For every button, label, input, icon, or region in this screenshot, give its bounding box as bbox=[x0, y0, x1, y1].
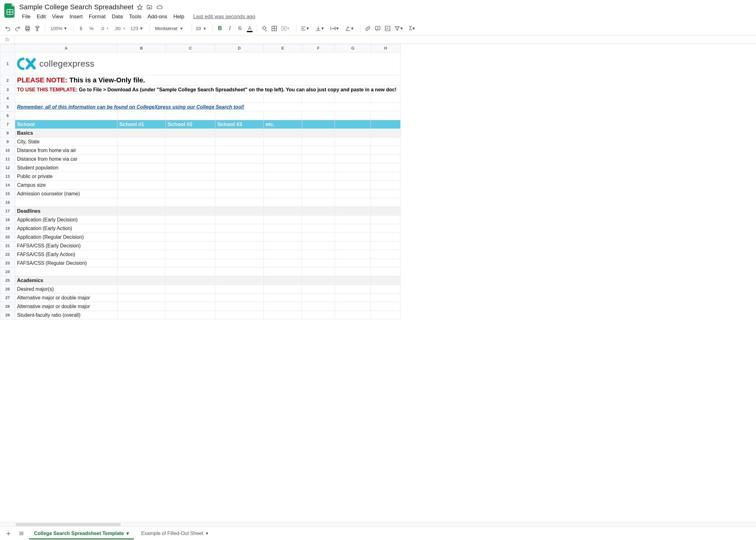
bold-button[interactable]: B bbox=[215, 24, 225, 33]
cell[interactable] bbox=[264, 198, 302, 207]
sheet-tab-active[interactable]: College Search Spreadsheet Template ▾ bbox=[29, 528, 134, 539]
cell[interactable] bbox=[371, 164, 401, 172]
cell[interactable] bbox=[302, 181, 335, 190]
cell[interactable]: Campus size bbox=[15, 181, 117, 190]
cell[interactable] bbox=[335, 250, 371, 259]
cell[interactable] bbox=[371, 207, 401, 215]
cell[interactable] bbox=[215, 146, 264, 155]
cell[interactable]: Desired major(s) bbox=[15, 285, 117, 294]
cell[interactable] bbox=[166, 137, 215, 146]
cell[interactable] bbox=[117, 259, 166, 268]
row-header[interactable]: 3 bbox=[0, 85, 15, 94]
menu-tools[interactable]: Tools bbox=[126, 13, 144, 21]
cell[interactable]: Application (Early Action) bbox=[15, 224, 117, 233]
cell[interactable] bbox=[335, 285, 371, 294]
cell[interactable] bbox=[302, 259, 335, 268]
cell[interactable] bbox=[166, 241, 215, 250]
collegexpress-link[interactable]: Remember, all of this information can be… bbox=[17, 104, 244, 110]
cell[interactable] bbox=[335, 111, 371, 120]
chevron-down-icon[interactable]: ▾ bbox=[206, 530, 208, 536]
column-header[interactable]: H bbox=[371, 44, 401, 52]
cell[interactable] bbox=[15, 94, 117, 103]
italic-button[interactable]: I bbox=[225, 24, 235, 33]
cell[interactable] bbox=[335, 224, 371, 233]
cell[interactable] bbox=[166, 111, 215, 120]
menu-insert[interactable]: Insert bbox=[67, 13, 86, 21]
row-header[interactable]: 10 bbox=[0, 146, 15, 155]
cell[interactable]: TO USE THIS TEMPLATE: Go to File > Downl… bbox=[15, 85, 401, 94]
undo-button[interactable] bbox=[3, 24, 12, 33]
row-header[interactable]: 6 bbox=[0, 111, 15, 120]
cell[interactable] bbox=[166, 294, 215, 302]
cell[interactable] bbox=[117, 285, 166, 294]
strikethrough-button[interactable]: S bbox=[235, 24, 245, 33]
cell[interactable] bbox=[117, 268, 166, 276]
functions-dropdown[interactable]: Σ▾ bbox=[408, 24, 419, 33]
cell[interactable] bbox=[264, 215, 302, 224]
merge-cells-dropdown[interactable]: ▾ bbox=[280, 24, 294, 33]
cell[interactable] bbox=[117, 198, 166, 207]
cell[interactable] bbox=[302, 302, 335, 311]
menu-help[interactable]: Help bbox=[171, 13, 187, 21]
cell[interactable] bbox=[302, 155, 335, 164]
cell[interactable] bbox=[215, 241, 264, 250]
cell[interactable]: FAFSA/CSS (Regular Decision) bbox=[15, 259, 117, 268]
cell[interactable]: Student-faculty ratio (overall) bbox=[15, 311, 117, 320]
cell[interactable] bbox=[15, 111, 117, 120]
cell[interactable]: Academics bbox=[15, 276, 117, 285]
cell[interactable]: Student population bbox=[15, 164, 117, 172]
decrease-decimal-button[interactable]: .0 bbox=[97, 24, 110, 33]
cell[interactable]: School bbox=[15, 120, 117, 129]
cell[interactable] bbox=[166, 94, 215, 103]
cell[interactable] bbox=[15, 198, 117, 207]
cell[interactable] bbox=[335, 172, 371, 181]
cell[interactable] bbox=[371, 302, 401, 311]
font-name-dropdown[interactable]: Montserrat▾ bbox=[152, 25, 189, 33]
font-size-dropdown[interactable]: 10▾ bbox=[194, 25, 210, 32]
spreadsheet-grid[interactable]: ABCDEFGH1collegexpress2PLEASE NOTE: This… bbox=[0, 44, 756, 522]
cell[interactable] bbox=[166, 250, 215, 259]
row-header[interactable]: 28 bbox=[0, 302, 15, 311]
cell[interactable] bbox=[335, 294, 371, 302]
cell[interactable] bbox=[371, 215, 401, 224]
cell[interactable] bbox=[302, 241, 335, 250]
cell[interactable]: Distance from home via air bbox=[15, 146, 117, 155]
cell[interactable] bbox=[302, 311, 335, 320]
cell[interactable]: Application (Regular Decision) bbox=[15, 233, 117, 241]
cell[interactable] bbox=[335, 276, 371, 285]
paint-format-button[interactable] bbox=[33, 24, 42, 33]
cell[interactable] bbox=[215, 190, 264, 198]
redo-button[interactable] bbox=[13, 24, 22, 33]
row-header[interactable]: 2 bbox=[0, 75, 15, 85]
cell[interactable] bbox=[15, 268, 117, 276]
cell[interactable] bbox=[335, 198, 371, 207]
cell[interactable] bbox=[117, 233, 166, 241]
cell[interactable] bbox=[166, 129, 215, 137]
cell[interactable] bbox=[166, 233, 215, 241]
cell[interactable]: Admission counselor (name) bbox=[15, 190, 117, 198]
row-header[interactable]: 4 bbox=[0, 94, 15, 103]
cell[interactable] bbox=[302, 120, 335, 129]
filter-button[interactable]: ▾ bbox=[393, 24, 407, 33]
cell[interactable] bbox=[371, 120, 401, 129]
row-header[interactable]: 14 bbox=[0, 181, 15, 190]
cell[interactable] bbox=[264, 164, 302, 172]
cell[interactable] bbox=[166, 146, 215, 155]
cell[interactable] bbox=[215, 302, 264, 311]
cell[interactable]: PLEASE NOTE: This is a View-Only file. bbox=[15, 75, 401, 85]
row-header[interactable]: 11 bbox=[0, 155, 15, 164]
cell[interactable] bbox=[264, 190, 302, 198]
cell[interactable] bbox=[166, 198, 215, 207]
cell[interactable] bbox=[264, 224, 302, 233]
cell[interactable] bbox=[215, 276, 264, 285]
cell[interactable] bbox=[371, 111, 401, 120]
cell[interactable] bbox=[335, 233, 371, 241]
cell[interactable] bbox=[335, 181, 371, 190]
cell[interactable]: Basics bbox=[15, 129, 117, 137]
cell[interactable] bbox=[166, 276, 215, 285]
more-formats-dropdown[interactable]: 123▾ bbox=[127, 24, 147, 33]
cell[interactable] bbox=[166, 285, 215, 294]
cell[interactable] bbox=[264, 181, 302, 190]
cell[interactable] bbox=[215, 155, 264, 164]
cell[interactable] bbox=[264, 155, 302, 164]
